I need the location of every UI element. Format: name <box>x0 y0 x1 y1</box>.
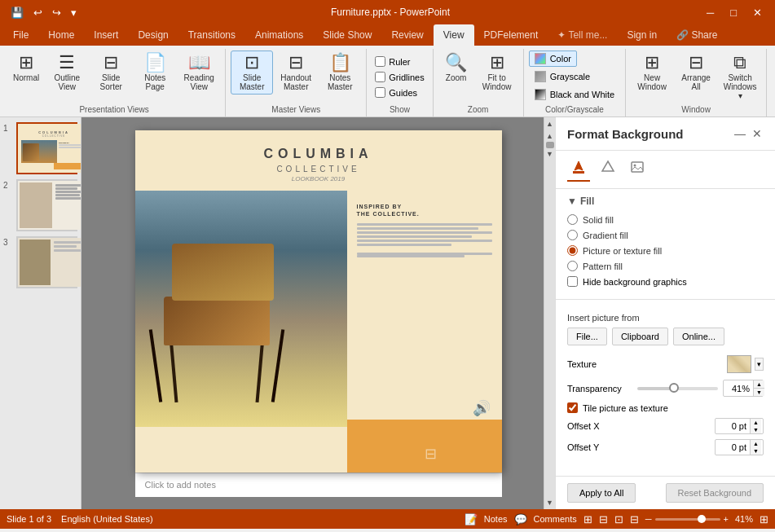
zoom-slider[interactable] <box>655 518 720 521</box>
file-btn[interactable]: File... <box>567 328 607 345</box>
offset-y-input[interactable]: ▲ ▼ <box>715 439 764 455</box>
view-slide-sorter-btn[interactable]: ⊟ <box>599 513 608 525</box>
minimize-btn[interactable]: ─ <box>700 5 720 20</box>
offset-x-field[interactable] <box>716 420 750 433</box>
vertical-scrollbar[interactable]: ▲ ▲ ▼ ▼ <box>544 117 555 509</box>
clipboard-btn[interactable]: Clipboard <box>612 328 668 345</box>
offset-y-up[interactable]: ▲ <box>751 440 761 447</box>
offset-x-up[interactable]: ▲ <box>751 419 761 426</box>
picture-texture-radio[interactable] <box>567 245 578 256</box>
comments-status-btn[interactable]: 💬 <box>514 513 527 525</box>
zoom-out-btn[interactable]: ─ <box>645 514 652 524</box>
panel-tab-fill[interactable] <box>567 157 590 182</box>
black-white-option[interactable]: Black and White <box>529 86 620 103</box>
apply-to-all-btn[interactable]: Apply to All <box>567 483 636 503</box>
tab-insert[interactable]: Insert <box>84 24 128 46</box>
slide-thumb-1[interactable]: COLUMBIA COLLECTIVE INSPIRED BY <box>16 122 77 174</box>
view-reading-btn[interactable]: ⊡ <box>614 513 623 525</box>
tab-animations[interactable]: Animations <box>245 24 313 46</box>
transparency-input[interactable] <box>724 382 753 395</box>
scroll-thumb-v[interactable] <box>546 142 554 148</box>
slide-master-btn[interactable]: ⊡ Slide Master <box>231 51 273 95</box>
slide-thumb-3[interactable] <box>16 236 77 288</box>
tab-pdfelement[interactable]: PDFelement <box>474 24 548 46</box>
slide-sorter-btn[interactable]: ⊟ Slide Sorter <box>90 51 132 95</box>
scroll-down-arrow[interactable]: ▼ <box>544 496 555 509</box>
transparency-down-btn[interactable]: ▼ <box>754 389 764 396</box>
grayscale-option[interactable]: Grayscale <box>529 68 597 85</box>
offset-x-down[interactable]: ▼ <box>751 426 761 433</box>
switch-windows-btn[interactable]: ⧉ Switch Windows ▾ <box>719 51 761 103</box>
ruler-checkbox[interactable]: Ruler <box>372 55 413 68</box>
texture-preview[interactable] <box>727 355 751 373</box>
scroll-next-btn[interactable]: ▼ <box>546 150 553 158</box>
hide-background-field[interactable]: Hide background graphics <box>567 274 764 289</box>
tab-tell-me[interactable]: ✦ Tell me... <box>548 24 617 46</box>
tab-review[interactable]: Review <box>381 24 433 46</box>
undo-btn[interactable]: ↩ <box>29 5 46 20</box>
tab-slideshow[interactable]: Slide Show <box>313 24 381 46</box>
picture-texture-option[interactable]: Picture or texture fill <box>567 243 764 258</box>
hide-background-checkbox[interactable] <box>567 276 578 287</box>
macros-btn[interactable]: ⬧ Macros <box>772 51 775 86</box>
panel-collapse-btn[interactable]: — <box>733 125 747 142</box>
slide-thumb-2[interactable] <box>16 179 77 231</box>
notes-page-btn[interactable]: 📄 Notes Page <box>134 51 176 95</box>
solid-fill-radio[interactable] <box>567 214 578 225</box>
panel-close-btn[interactable]: ✕ <box>751 125 764 142</box>
fill-section-title[interactable]: ▼ Fill <box>567 196 764 207</box>
texture-dropdown-btn[interactable]: ▾ <box>755 358 764 371</box>
tab-design[interactable]: Design <box>128 24 178 46</box>
save-quick-btn[interactable]: 💾 <box>7 5 28 20</box>
transparency-slider[interactable] <box>637 387 718 390</box>
redo-btn[interactable]: ↪ <box>48 5 65 20</box>
pattern-fill-option[interactable]: Pattern fill <box>567 258 764 274</box>
fit-page-btn[interactable]: ⊞ <box>760 513 768 525</box>
slide-canvas[interactable]: COLUMBIA COLLECTIVE LOOKBOOK 2019 <box>135 130 502 473</box>
tab-home[interactable]: Home <box>38 24 84 46</box>
tab-sign-in[interactable]: Sign in <box>617 24 667 46</box>
notes-master-btn[interactable]: 📋 Notes Master <box>319 51 361 95</box>
gridlines-checkbox[interactable]: Gridlines <box>372 70 427 84</box>
online-btn[interactable]: Online... <box>673 328 724 345</box>
scroll-up-arrow[interactable]: ▲ <box>544 117 555 130</box>
fit-window-btn[interactable]: ⊞ Fit to Window <box>476 51 518 95</box>
transparency-up-btn[interactable]: ▲ <box>754 380 764 389</box>
zoom-percent[interactable]: 41% <box>735 514 753 524</box>
offset-y-down[interactable]: ▼ <box>751 447 761 455</box>
reading-view-btn[interactable]: 📖 Reading View <box>178 51 220 95</box>
view-presenter-btn[interactable]: ⊟ <box>630 513 639 525</box>
gradient-fill-radio[interactable] <box>567 230 578 240</box>
customize-qa-btn[interactable]: ▾ <box>67 5 81 20</box>
notes-status-btn[interactable]: 📝 <box>465 513 478 525</box>
offset-y-field[interactable] <box>716 441 750 454</box>
notes-area[interactable]: Click to add notes <box>135 473 502 497</box>
new-window-btn[interactable]: ⊞ New Window <box>631 51 673 95</box>
slider-thumb[interactable] <box>669 383 679 393</box>
handout-master-btn[interactable]: ⊟ Handout Master <box>275 51 317 95</box>
close-btn[interactable]: ✕ <box>746 5 768 20</box>
tab-transitions[interactable]: Transitions <box>178 24 245 46</box>
tab-share[interactable]: 🔗 Share <box>667 24 727 46</box>
outline-view-btn[interactable]: ☰ Outline View <box>46 51 88 95</box>
tile-picture-checkbox[interactable] <box>567 402 578 413</box>
panel-tab-shape[interactable] <box>597 157 619 182</box>
solid-fill-option[interactable]: Solid fill <box>567 212 764 227</box>
gradient-fill-option[interactable]: Gradient fill <box>567 227 764 243</box>
reset-background-btn[interactable]: Reset Background <box>666 483 764 503</box>
panel-tab-picture[interactable] <box>626 157 649 182</box>
tile-picture-field[interactable]: Tile picture as texture <box>567 400 764 415</box>
offset-x-input[interactable]: ▲ ▼ <box>715 418 764 434</box>
arrange-all-btn[interactable]: ⊟ Arrange All <box>675 51 717 95</box>
view-normal-btn[interactable]: ⊞ <box>583 513 592 525</box>
tab-view[interactable]: View <box>434 24 474 46</box>
scroll-prev-btn[interactable]: ▲ <box>546 132 553 140</box>
zoom-in-btn[interactable]: + <box>724 514 729 524</box>
guides-checkbox[interactable]: Guides <box>372 86 421 99</box>
color-option[interactable]: Color <box>529 51 577 67</box>
zoom-btn[interactable]: 🔍 Zoom <box>438 51 474 86</box>
normal-view-btn[interactable]: ⊞ Normal <box>8 51 44 86</box>
restore-btn[interactable]: □ <box>724 5 743 20</box>
pattern-fill-radio[interactable] <box>567 261 578 271</box>
tab-file[interactable]: File <box>3 24 38 46</box>
